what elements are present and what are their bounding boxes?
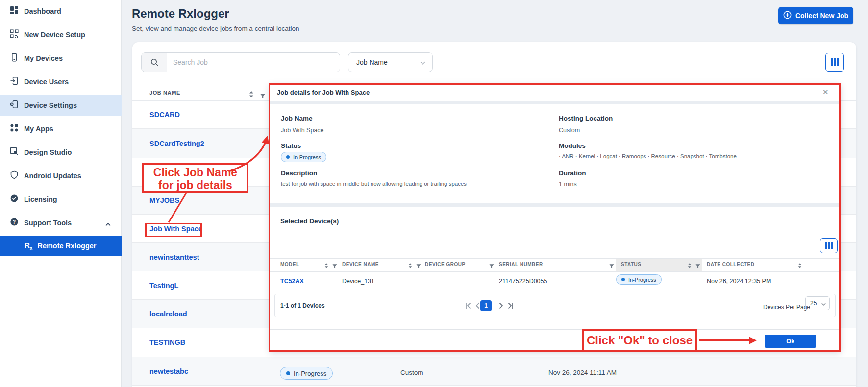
search-box (141, 52, 340, 72)
serial-number-cell: 211475225D0055 (499, 278, 547, 285)
hosting-location-label: Hosting Location (559, 115, 613, 122)
job-name-link[interactable]: localreload (149, 310, 187, 318)
sort-icon[interactable] (324, 262, 328, 270)
status-badge: In-Progress (616, 274, 662, 285)
duration-value: 1 mins (559, 181, 577, 188)
description-label: Description (281, 169, 317, 177)
pagination-summary: 1-1 of 1 Devices (280, 302, 325, 309)
filter-icon[interactable] (332, 262, 337, 270)
plus-circle-icon (783, 11, 792, 21)
device-model-link[interactable]: TC52AX (280, 278, 304, 285)
status-dot-icon (286, 371, 290, 375)
status-badge: In-Progress (281, 152, 326, 162)
smartphone-icon (10, 53, 19, 64)
job-name-link[interactable]: MYJOBS (149, 196, 179, 204)
chevron-down-icon (821, 299, 826, 308)
sidebar-item-label: Design Studio (24, 148, 72, 156)
sidebar-item-support-tools[interactable]: ? Support Tools (0, 213, 122, 233)
help-circle-icon: ? (10, 218, 19, 228)
status-dot-icon (286, 155, 290, 159)
columns-icon (831, 58, 839, 66)
column-header-device-group: DEVICE GROUP (425, 262, 466, 267)
svg-text:?: ? (13, 219, 16, 225)
filter-icon[interactable] (260, 92, 266, 100)
sidebar-item-label: New Device Setup (24, 31, 85, 39)
collect-new-job-button[interactable]: Collect New Job (778, 7, 853, 24)
sort-icon[interactable] (408, 262, 412, 270)
page-title: Remote Rxlogger (132, 7, 229, 21)
device-user-icon (10, 76, 19, 87)
sidebar-item-remote-rxlogger[interactable]: Rx Remote Rxlogger (0, 236, 122, 256)
next-page-icon[interactable] (496, 301, 505, 312)
sidebar-item-device-users[interactable]: Device Users (0, 72, 122, 92)
sidebar: Dashboard New Device Setup My Devices De… (0, 0, 122, 387)
sidebar-item-new-device-setup[interactable]: New Device Setup (0, 24, 122, 45)
sidebar-item-label: Device Users (24, 78, 69, 86)
job-name-link[interactable]: SDCardTesting2 (149, 140, 204, 147)
rx-icon: Rx (25, 241, 32, 251)
sidebar-item-label: My Apps (24, 125, 53, 133)
ok-button[interactable]: Ok (765, 335, 816, 348)
page-number-button[interactable]: 1 (480, 300, 492, 311)
last-page-icon[interactable] (506, 301, 515, 312)
shield-icon (10, 170, 19, 181)
columns-icon (825, 242, 833, 249)
sidebar-item-label: Device Settings (24, 101, 77, 109)
sort-icon[interactable] (249, 91, 254, 99)
job-name-link[interactable]: Job With Space (149, 225, 202, 233)
qr-code-icon (10, 29, 19, 40)
sidebar-item-licensing[interactable]: Licensing (0, 189, 122, 210)
chevron-down-icon (420, 58, 425, 67)
job-row: newtestabc (132, 357, 856, 386)
filter-icon[interactable] (416, 262, 421, 270)
filter-icon[interactable] (489, 262, 494, 270)
sidebar-item-design-studio[interactable]: Design Studio (0, 142, 122, 163)
filter-icon[interactable] (695, 262, 700, 270)
divider (270, 203, 841, 207)
column-settings-button[interactable] (820, 238, 838, 253)
page-subtitle: Set, view and manage device jobs from a … (132, 25, 299, 32)
sidebar-item-my-apps[interactable]: My Apps (0, 119, 122, 139)
sidebar-item-label: Remote Rxlogger (37, 242, 96, 250)
column-header-model: MODEL (280, 262, 299, 267)
sort-icon[interactable] (688, 262, 692, 270)
first-page-icon[interactable] (464, 301, 472, 312)
date-collected-cell: Nov 26, 2024 12:35 PM (707, 278, 771, 285)
close-icon[interactable]: ✕ (822, 88, 829, 97)
app-page: Dashboard New Device Setup My Devices De… (0, 0, 868, 387)
sidebar-item-device-settings[interactable]: Device Settings (0, 95, 122, 116)
collect-new-job-label: Collect New Job (795, 12, 848, 20)
column-header-date-collected: DATE COLLECTED (707, 262, 754, 267)
sidebar-item-my-devices[interactable]: My Devices (0, 48, 122, 69)
search-icon[interactable] (142, 53, 167, 72)
status-dot-icon (621, 278, 625, 281)
search-field-dropdown[interactable]: Job Name (348, 52, 433, 72)
job-name-label: Job Name (281, 115, 313, 122)
sidebar-item-dashboard[interactable]: Dashboard (0, 1, 122, 22)
sort-icon[interactable] (798, 262, 802, 270)
status-label: Status (281, 142, 301, 149)
column-header-status: STATUS (621, 262, 642, 267)
job-name-value: Job With Space (281, 127, 324, 134)
column-settings-button[interactable] (825, 53, 844, 72)
license-badge-icon (10, 194, 19, 205)
sidebar-item-label: Android Updates (24, 172, 81, 180)
sidebar-item-android-updates[interactable]: Android Updates (0, 166, 122, 186)
chevron-up-icon[interactable] (105, 219, 111, 228)
devices-per-page-select[interactable]: 25 (805, 296, 830, 310)
apps-icon (10, 123, 19, 134)
hosting-location-value: Custom (559, 127, 580, 134)
divider (270, 101, 841, 104)
description-value: test for job with space in middle but no… (281, 181, 467, 187)
search-input[interactable] (167, 53, 340, 72)
job-name-link[interactable]: SDCARD (149, 111, 180, 119)
duration-label: Duration (559, 169, 586, 177)
sidebar-item-label: Support Tools (24, 219, 72, 227)
job-name-link[interactable]: TESTINGB (149, 339, 185, 346)
job-name-link[interactable]: newtestabc (149, 367, 188, 375)
filter-icon[interactable] (609, 262, 614, 270)
dashboard-icon (10, 6, 19, 17)
job-name-link[interactable]: TestingL (149, 282, 178, 290)
job-name-link[interactable]: newinstanttest (149, 253, 199, 261)
hosting-location-cell: Custom (400, 369, 423, 376)
